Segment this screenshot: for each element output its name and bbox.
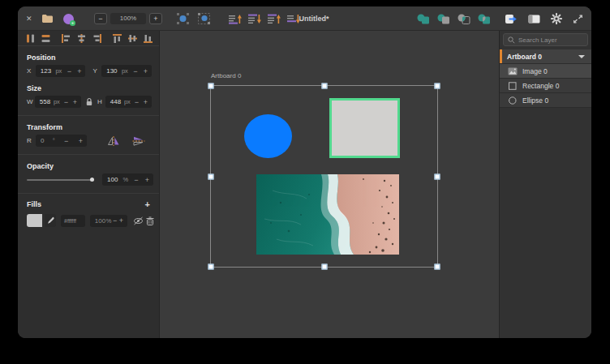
group-controls — [177, 6, 210, 31]
layer-row-ellipse[interactable]: Ellipse 0 — [500, 93, 591, 108]
flip-vertical-icon[interactable] — [132, 136, 145, 146]
align-center-horizontal-icon[interactable] — [76, 33, 87, 44]
open-file-button[interactable] — [41, 6, 54, 31]
layer-search-input[interactable] — [518, 36, 583, 44]
transform-heading: Transform — [27, 123, 159, 131]
selection-handle-top-right[interactable] — [435, 84, 440, 89]
selection-handle-bottom-right[interactable] — [435, 264, 440, 270]
canvas[interactable]: Artboard 0 — [160, 31, 499, 338]
opacity-slider-thumb[interactable] — [90, 178, 94, 182]
align-bottom-icon[interactable] — [143, 33, 153, 44]
opacity-value[interactable]: 100 — [107, 176, 118, 183]
zoom-level-value[interactable]: 100% — [110, 13, 146, 24]
align-middle-vertical-icon[interactable] — [127, 33, 138, 44]
fill-opacity-value[interactable]: 100 — [95, 217, 105, 225]
layer-row-rectangle[interactable]: Rectangle 0 — [500, 79, 591, 93]
width-decrement-button[interactable]: − — [63, 98, 69, 106]
height-increment-button[interactable]: + — [143, 98, 148, 106]
align-top-icon[interactable] — [112, 33, 122, 44]
selection-handle-top-left[interactable] — [208, 84, 214, 89]
artboard[interactable] — [210, 85, 438, 268]
export-icon[interactable] — [505, 14, 518, 24]
hide-fill-icon[interactable] — [133, 216, 144, 225]
opacity-row: 100 % − + — [27, 173, 159, 186]
new-document-button[interactable]: + — [63, 6, 74, 31]
x-field[interactable]: 123 px − + — [36, 65, 86, 77]
settings-gear-icon[interactable] — [551, 13, 562, 24]
width-value[interactable]: 558 — [40, 98, 50, 105]
main-area: Position X 123 px − + Y 130 px − + Size — [18, 31, 591, 338]
flip-horizontal-icon[interactable] — [107, 136, 120, 146]
panels-layout-icon[interactable] — [528, 15, 540, 24]
selection-handle-top-middle[interactable] — [321, 84, 327, 89]
selection-handle-bottom-left[interactable] — [208, 264, 214, 270]
width-increment-button[interactable]: + — [72, 98, 78, 106]
rotation-increment-button[interactable]: + — [78, 137, 84, 145]
selection-handle-bottom-middle[interactable] — [321, 264, 327, 270]
bring-forward-icon[interactable] — [229, 14, 243, 24]
fill-row: #ffffff 100 % − + — [27, 214, 154, 227]
search-wrap — [500, 31, 591, 49]
fills-heading: Fills — [27, 200, 41, 208]
add-fill-button[interactable]: + — [145, 199, 150, 209]
y-value[interactable]: 130 — [106, 67, 117, 75]
eyedropper-button[interactable] — [45, 214, 56, 227]
x-value[interactable]: 123 — [41, 67, 51, 75]
y-field[interactable]: 130 px − + — [101, 65, 152, 77]
fill-opacity-decrement-button[interactable]: − — [112, 216, 118, 225]
rotation-value[interactable]: 0 — [41, 137, 44, 144]
rotation-field[interactable]: 0 ° − + — [36, 135, 87, 147]
chevron-down-icon[interactable] — [578, 55, 585, 58]
zoom-controls: − 100% + — [94, 6, 162, 31]
subtract-icon[interactable] — [437, 14, 450, 24]
bring-to-front-icon[interactable] — [248, 14, 262, 24]
opacity-field[interactable]: 100 % − + — [102, 173, 153, 186]
search-icon — [508, 36, 515, 44]
rectangle-shape[interactable] — [329, 98, 400, 158]
fill-opacity-increment-button[interactable]: + — [118, 216, 124, 225]
group-icon[interactable] — [177, 13, 189, 24]
close-document-button[interactable]: ✕ — [26, 6, 32, 31]
ungroup-icon[interactable] — [198, 13, 210, 24]
height-value[interactable]: 448 — [110, 98, 121, 105]
w-label: W — [27, 98, 35, 105]
fullscreen-expand-icon[interactable] — [573, 14, 583, 24]
rotation-decrement-button[interactable]: − — [63, 137, 69, 145]
align-right-icon[interactable] — [92, 33, 102, 44]
lock-aspect-icon[interactable] — [85, 97, 93, 106]
distribute-vertical-icon[interactable] — [41, 33, 51, 44]
exclude-icon[interactable] — [478, 14, 491, 24]
eyedropper-icon — [46, 216, 54, 225]
zoom-out-button[interactable]: − — [94, 13, 107, 24]
ellipse-shape[interactable] — [244, 114, 292, 158]
fill-opacity-field[interactable]: 100 % − + — [90, 215, 127, 227]
zoom-in-button[interactable]: + — [149, 13, 162, 24]
y-increment-button[interactable]: + — [143, 67, 148, 75]
beach-image[interactable] — [256, 174, 399, 255]
layer-row-image[interactable]: Image 0 — [500, 64, 591, 79]
x-increment-button[interactable]: + — [76, 67, 82, 75]
layer-search-box[interactable] — [503, 33, 588, 46]
selection-handle-middle-right[interactable] — [435, 173, 440, 179]
x-decrement-button[interactable]: − — [67, 67, 72, 75]
align-left-icon[interactable] — [61, 33, 71, 44]
union-icon[interactable] — [417, 14, 430, 24]
divider — [18, 154, 159, 155]
intersect-icon[interactable] — [458, 14, 470, 24]
y-decrement-button[interactable]: − — [132, 67, 138, 75]
height-field[interactable]: 448 px − + — [105, 96, 152, 108]
delete-fill-icon[interactable] — [146, 216, 154, 225]
distribute-horizontal-icon[interactable] — [25, 33, 36, 44]
layer-artboard-row[interactable]: Artboard 0 — [500, 49, 591, 64]
fill-hex-field[interactable]: #ffffff — [61, 215, 85, 227]
fill-color-swatch[interactable] — [27, 214, 42, 227]
opacity-decrement-button[interactable]: − — [133, 176, 139, 184]
width-field[interactable]: 558 px − + — [35, 96, 81, 108]
height-decrement-button[interactable]: − — [134, 98, 140, 106]
opacity-increment-button[interactable]: + — [144, 176, 150, 184]
alignment-toolbar — [18, 31, 159, 46]
opacity-slider-track[interactable] — [27, 179, 94, 181]
selection-handle-middle-left[interactable] — [208, 173, 214, 179]
opacity-slider[interactable] — [27, 173, 94, 186]
artboard-title-label[interactable]: Artboard 0 — [211, 72, 241, 79]
